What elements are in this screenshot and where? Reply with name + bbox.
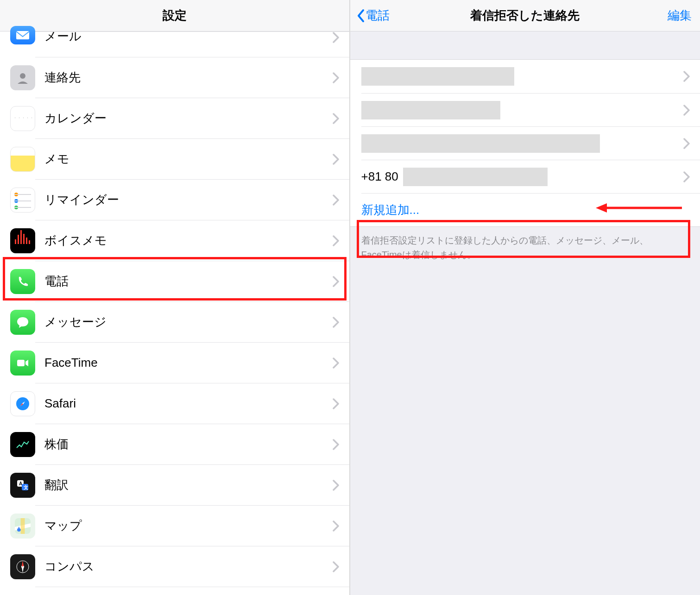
stocks-icon: [10, 432, 35, 457]
chevron-right-icon: [333, 357, 339, 369]
calendar-icon: ・・・・・: [10, 106, 35, 131]
settings-row-label: 電話: [44, 273, 69, 289]
settings-row-contacts[interactable]: 連絡先: [0, 57, 349, 98]
settings-row-label: カレンダー: [44, 110, 107, 126]
chevron-right-icon: [333, 520, 339, 532]
notes-icon: [10, 147, 35, 172]
settings-row-calendar[interactable]: ・・・・・ カレンダー: [0, 98, 349, 139]
settings-row-label: 翻訳: [44, 477, 69, 493]
svg-point-1: [20, 73, 25, 79]
blocked-contacts-panel: 電話 着信拒否した連絡先 編集 +81 80: [350, 0, 700, 595]
chevron-right-icon: [683, 71, 690, 82]
chevron-right-icon: [333, 276, 339, 287]
settings-list: メール 連絡先 ・・・・・ カレンダー: [0, 31, 349, 587]
contacts-icon: [10, 65, 35, 90]
blocked-contact-row[interactable]: [361, 93, 700, 126]
chevron-left-icon: [357, 9, 365, 23]
settings-header: 設定: [0, 0, 349, 31]
settings-row-label: FaceTime: [44, 356, 98, 370]
chevron-right-icon: [683, 171, 690, 182]
chevron-right-icon: [683, 105, 690, 116]
chevron-right-icon: [333, 154, 339, 165]
blocked-contact-row[interactable]: [361, 126, 700, 160]
phone-icon: [10, 269, 35, 294]
mail-icon: [10, 26, 35, 44]
settings-row-notes[interactable]: メモ: [0, 139, 349, 180]
settings-row-compass[interactable]: コンパス: [0, 546, 349, 587]
redacted-number: [403, 168, 548, 186]
chevron-right-icon: [333, 561, 339, 572]
back-label: 電話: [366, 7, 390, 24]
chevron-right-icon: [333, 480, 339, 491]
add-new-label: 新規追加...: [361, 202, 420, 218]
settings-row-label: メッセージ: [44, 314, 107, 330]
back-button[interactable]: 電話: [357, 0, 390, 31]
facetime-icon: [10, 351, 35, 376]
add-new-button[interactable]: 新規追加...: [361, 193, 700, 226]
settings-panel: 設定 メール 連絡先 ・・・・・: [0, 0, 350, 595]
chevron-right-icon: [333, 317, 339, 328]
chevron-right-icon: [333, 398, 339, 409]
translate-icon: A文: [10, 473, 35, 498]
settings-row-safari[interactable]: Safari: [0, 383, 349, 424]
redacted-name: [361, 67, 514, 86]
chevron-right-icon: [333, 235, 339, 246]
chevron-right-icon: [683, 138, 690, 149]
settings-row-maps[interactable]: マップ: [0, 506, 349, 546]
messages-icon: [10, 310, 35, 335]
settings-row-label: Safari: [44, 396, 76, 411]
redacted-name: [361, 134, 600, 153]
settings-row-stocks[interactable]: 株価: [0, 424, 349, 465]
maps-icon: [10, 514, 35, 539]
settings-row-translate[interactable]: A文 翻訳: [0, 465, 349, 506]
reminders-icon: [10, 188, 35, 213]
redacted-name: [361, 101, 500, 119]
settings-row-label: リマインダー: [44, 192, 119, 208]
blocked-contact-row[interactable]: +81 80: [361, 160, 700, 193]
chevron-right-icon: [333, 439, 339, 450]
settings-row-label: ボイスメモ: [44, 232, 107, 249]
svg-rect-0: [16, 31, 29, 39]
svg-text:文: 文: [23, 485, 28, 490]
settings-row-phone[interactable]: 電話: [0, 261, 349, 302]
settings-row-mail[interactable]: メール: [0, 31, 349, 57]
svg-rect-2: [17, 360, 25, 366]
settings-row-label: コンパス: [44, 558, 95, 575]
settings-row-label: メモ: [44, 151, 69, 167]
settings-row-messages[interactable]: メッセージ: [0, 302, 349, 343]
blocked-number-prefix: +81 80: [361, 169, 398, 184]
settings-title: 設定: [163, 7, 187, 24]
settings-row-label: メール: [44, 28, 82, 44]
settings-row-reminders[interactable]: リマインダー: [0, 180, 349, 220]
chevron-right-icon: [333, 194, 339, 206]
safari-icon: [10, 391, 35, 416]
blocked-title: 着信拒否した連絡先: [470, 7, 580, 24]
compass-icon: [10, 554, 35, 579]
settings-row-label: 連絡先: [44, 69, 81, 86]
blocked-contact-row[interactable]: [350, 60, 700, 93]
blocked-list: +81 80 新規追加...: [350, 59, 700, 227]
chevron-right-icon: [333, 72, 339, 83]
edit-button[interactable]: 編集: [668, 0, 692, 31]
voicememo-icon: [10, 228, 35, 253]
settings-row-label: 株価: [44, 436, 69, 452]
chevron-right-icon: [333, 113, 339, 124]
chevron-right-icon: [333, 32, 339, 43]
blocked-footer-note: 着信拒否設定リストに登録した人からの電話、メッセージ、メール、FaceTimeは…: [350, 227, 700, 262]
settings-row-label: マップ: [44, 518, 82, 534]
settings-row-facetime[interactable]: FaceTime: [0, 343, 349, 383]
blocked-header: 電話 着信拒否した連絡先 編集: [350, 0, 700, 31]
settings-row-voicememo[interactable]: ボイスメモ: [0, 220, 349, 261]
